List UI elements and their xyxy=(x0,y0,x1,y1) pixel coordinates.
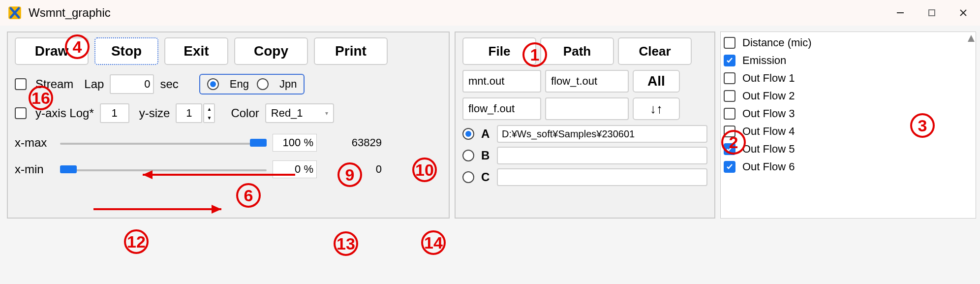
xmin-value: 0 xyxy=(323,163,382,176)
chevron-up-icon[interactable]: ▲ xyxy=(204,104,214,113)
file-flowt[interactable]: flow_t.out xyxy=(545,70,629,93)
window-title: Wsmnt_graphic xyxy=(29,6,111,20)
option-checkbox[interactable] xyxy=(724,37,735,49)
lang-jpn-label: Jpn xyxy=(279,78,297,91)
option-row: Out Flow 3 xyxy=(724,105,973,123)
path-b-radio[interactable] xyxy=(462,150,474,161)
option-label: Out Flow 2 xyxy=(742,90,795,102)
ysize-spinner[interactable]: ▲ ▼ xyxy=(203,103,215,123)
file-blank[interactable] xyxy=(545,97,629,120)
option-label: Out Flow 6 xyxy=(742,160,795,173)
chevron-down-icon: ▾ xyxy=(325,110,328,117)
right-panel: Distance (mic)EmissionOut Flow 1Out Flow… xyxy=(720,32,976,219)
option-label: Emission xyxy=(742,54,786,67)
option-row: Emission xyxy=(724,52,973,69)
clear-button[interactable]: Clear xyxy=(618,37,692,65)
option-label: Out Flow 5 xyxy=(742,143,795,156)
copy-button[interactable]: Copy xyxy=(234,37,308,65)
option-checkbox[interactable] xyxy=(724,55,735,66)
file-flowf[interactable]: flow_f.out xyxy=(462,97,541,120)
color-select[interactable]: Red_1 ▾ xyxy=(265,103,334,123)
print-button[interactable]: Print xyxy=(314,37,388,65)
svg-rect-2 xyxy=(929,10,935,16)
option-checkbox[interactable] xyxy=(724,90,735,102)
maximize-button[interactable] xyxy=(916,0,948,26)
xmax-value: 63829 xyxy=(323,136,382,149)
color-value: Red_1 xyxy=(271,107,303,120)
lang-jpn-radio[interactable] xyxy=(257,78,269,90)
path-button[interactable]: Path xyxy=(540,37,614,65)
lap-value[interactable] xyxy=(110,74,154,94)
chevron-down-icon[interactable]: ▼ xyxy=(204,113,214,122)
xmin-slider[interactable] xyxy=(60,163,267,175)
path-a-field[interactable]: D:¥Ws_soft¥Samples¥230601 xyxy=(497,125,707,143)
xmin-label: x-min xyxy=(15,162,54,176)
language-box: Eng Jpn xyxy=(199,74,305,95)
path-c-radio[interactable] xyxy=(462,171,474,183)
file-button[interactable]: File xyxy=(462,37,536,65)
option-checkbox[interactable] xyxy=(724,143,735,155)
sec-label: sec xyxy=(160,77,178,91)
option-label: Out Flow 3 xyxy=(742,107,795,120)
option-label: Distance (mic) xyxy=(742,36,812,49)
yaxis-log-label: y-axis Log* xyxy=(35,106,94,120)
stream-checkbox[interactable] xyxy=(15,78,27,90)
option-checkbox[interactable] xyxy=(724,126,735,137)
path-b-field[interactable] xyxy=(497,147,707,164)
draw-button[interactable]: Draw xyxy=(15,37,89,65)
option-row: Distance (mic) xyxy=(724,34,973,52)
yaxis-log-checkbox[interactable] xyxy=(15,107,27,119)
option-label: Out Flow 4 xyxy=(742,125,795,138)
path-a-radio[interactable] xyxy=(462,128,474,140)
option-row: Out Flow 4 xyxy=(724,123,973,140)
option-checkbox[interactable] xyxy=(724,161,735,173)
mid-panel: File Path Clear mnt.out flow_t.out All f… xyxy=(455,32,715,219)
minimize-button[interactable] xyxy=(885,0,916,26)
app-icon xyxy=(7,5,23,21)
ysize-label: y-size xyxy=(139,106,170,120)
ysize-value[interactable] xyxy=(176,103,202,123)
left-panel: Draw Stop Exit Copy Print Stream Lap sec… xyxy=(7,32,450,219)
stream-label: Stream xyxy=(35,77,73,91)
file-mnt[interactable]: mnt.out xyxy=(462,70,541,93)
path-c-field[interactable] xyxy=(497,168,707,186)
xmax-label: x-max xyxy=(15,136,54,150)
sort-button[interactable]: ↓↑ xyxy=(633,97,680,120)
path-a-label: A xyxy=(481,127,493,141)
titlebar: Wsmnt_graphic xyxy=(0,0,980,26)
option-row: Out Flow 1 xyxy=(724,69,973,87)
xmax-percent: 100 % xyxy=(273,134,317,152)
close-button[interactable] xyxy=(948,0,979,26)
yaxis-log-value[interactable] xyxy=(100,103,129,123)
stop-button[interactable]: Stop xyxy=(94,37,158,65)
color-label: Color xyxy=(231,106,259,120)
option-label: Out Flow 1 xyxy=(742,72,795,85)
option-row: Out Flow 5 xyxy=(724,140,973,158)
option-checkbox[interactable] xyxy=(724,72,735,84)
path-b-label: B xyxy=(481,149,493,162)
lap-label: Lap xyxy=(84,77,104,91)
option-row: Out Flow 2 xyxy=(724,87,973,105)
path-c-label: C xyxy=(481,170,493,184)
lang-eng-radio[interactable] xyxy=(207,78,219,90)
xmin-percent: 0 % xyxy=(273,160,317,178)
option-row: Out Flow 6 xyxy=(724,158,973,176)
lang-eng-label: Eng xyxy=(230,78,249,91)
xmax-slider[interactable] xyxy=(60,137,267,149)
all-button[interactable]: All xyxy=(633,70,680,93)
option-checkbox[interactable] xyxy=(724,108,735,120)
exit-button[interactable]: Exit xyxy=(164,37,228,65)
